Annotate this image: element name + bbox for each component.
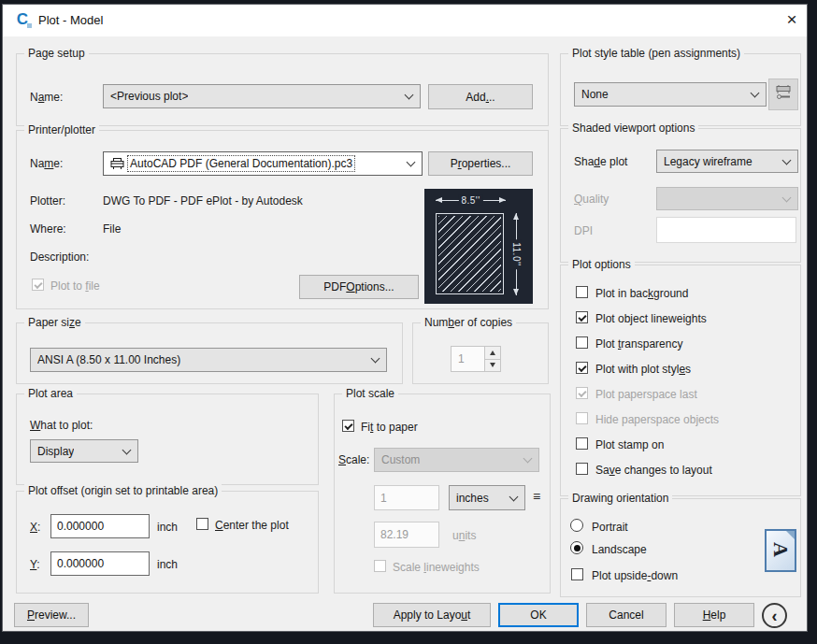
paper-size-select[interactable]: ANSI A (8.50 x 11.00 Inches) [30, 348, 387, 372]
paper-size-group: Paper size ANSI A (8.50 x 11.00 Inches) [16, 322, 403, 384]
fit-to-paper-checkbox[interactable] [342, 420, 354, 432]
shade-plot-select[interactable]: Legacy wireframe [656, 150, 798, 173]
paper-hatch [438, 216, 501, 292]
scale-unit-value: inches [456, 492, 489, 505]
plotter-label: Plotter: [30, 194, 65, 208]
pdf-options-button[interactable]: PDF Options... [299, 275, 419, 299]
printer-name-select[interactable]: AutoCAD PDF (General Documentation).pc3 [103, 151, 423, 176]
scale-unit-select[interactable]: inches [449, 485, 525, 510]
width-dimension-label: 8.5'' [458, 195, 482, 206]
preview-button[interactable]: Preview... [14, 603, 89, 627]
what-to-plot-label: What to plot: [30, 419, 93, 432]
paper-preview: 8.5'' 11.0'' [424, 189, 533, 304]
paper-outline [436, 213, 504, 294]
center-the-plot-label: Center the plot [215, 519, 289, 532]
plot-dialog: C Plot - Model × Page setup Name: <Previ… [2, 4, 808, 632]
scale-lineweights-checkbox [374, 560, 386, 572]
plot-scale-group: Plot scale Fit to paper Scale: Custom 1 … [334, 394, 551, 594]
hide-paperspace-objects-checkbox [576, 412, 588, 424]
page-fold-icon [786, 531, 795, 539]
offset-y-label: Y: [30, 558, 40, 571]
where-label: Where: [30, 222, 66, 236]
portrait-radio[interactable] [570, 519, 583, 532]
plot-in-background-label: Plot in background [595, 287, 688, 300]
page-setup-name-value: <Previous plot> [110, 90, 188, 103]
chevron-down-icon [122, 445, 132, 454]
plotter-device-icon [110, 157, 124, 170]
offset-x-label: X: [30, 521, 40, 534]
paper-size-value: ANSI A (8.50 x 11.00 Inches) [37, 353, 180, 366]
save-changes-to-layout-checkbox[interactable] [576, 463, 588, 475]
plot-style-legend: Plot style table (pen assignments) [568, 47, 744, 60]
shade-plot-value: Legacy wireframe [664, 155, 752, 168]
units-label: units [452, 529, 476, 542]
plot-style-group: Plot style table (pen assignments) None [560, 53, 801, 126]
plot-options-legend: Plot options [568, 258, 635, 271]
stepper-down-button[interactable] [485, 360, 500, 372]
add-button[interactable]: Add... [428, 84, 533, 109]
offset-x-input[interactable]: 0.000000 [50, 514, 150, 538]
arrow-down-icon [490, 363, 495, 367]
plotter-value: DWG To PDF - PDF ePlot - by Autodesk [103, 194, 303, 208]
plot-style-select[interactable]: None [574, 82, 767, 107]
cancel-button[interactable]: Cancel [586, 603, 666, 627]
scale-lineweights-label: Scale lineweights [393, 561, 480, 574]
properties-button[interactable]: Properties... [428, 151, 533, 176]
width-dimension: 8.5'' [436, 200, 506, 201]
copies-legend: Number of copies [421, 316, 516, 329]
printer-name-value: AutoCAD PDF (General Documentation).pc3 [128, 156, 354, 171]
plot-offset-group: Plot offset (origin set to printable are… [16, 491, 319, 594]
where-value: File [103, 222, 121, 236]
collapse-options-button[interactable]: ‹ [762, 603, 787, 628]
plot-stamp-on-label: Plot stamp on [595, 438, 664, 451]
landscape-label: Landscape [592, 543, 647, 556]
quality-select [656, 187, 798, 210]
plot-scale-legend: Plot scale [342, 387, 398, 400]
chevron-down-icon [371, 354, 380, 364]
landscape-radio[interactable] [570, 541, 583, 554]
fit-to-paper-label: Fit to paper [361, 421, 418, 434]
hide-paperspace-objects-label: Hide paperspace objects [595, 413, 719, 426]
apply-to-layout-button[interactable]: Apply to Layout [373, 603, 491, 627]
titlebar: C Plot - Model × [3, 5, 807, 36]
app-background: C Plot - Model × Page setup Name: <Previ… [0, 0, 817, 644]
what-to-plot-value: Display [37, 445, 74, 458]
offset-y-input[interactable]: 0.000000 [50, 551, 150, 576]
height-dimension-label: 11.0'' [511, 239, 522, 269]
printer-group: Printer/plotter Name: AutoCAD PDF (Gener… [16, 130, 549, 309]
dpi-label: DPI [574, 224, 593, 237]
plot-with-plot-styles-checkbox[interactable] [576, 362, 588, 374]
quality-label: Quality [574, 193, 609, 206]
drawing-orientation-group: Drawing orientation Portrait Landscape P… [560, 498, 801, 597]
offset-x-unit: inch [157, 521, 178, 534]
equals-icon: ≡ [533, 489, 540, 504]
scale-denominator-input: 82.19 [374, 522, 439, 548]
page-setup-name-label: Name: [30, 91, 63, 104]
edit-plot-style-button[interactable] [768, 79, 798, 110]
chevron-down-icon [509, 492, 519, 501]
plot-with-plot-styles-label: Plot with plot styles [595, 363, 691, 376]
plot-to-file-checkbox[interactable] [32, 279, 44, 291]
what-to-plot-select[interactable]: Display [30, 439, 138, 463]
scale-select: Custom [374, 448, 539, 472]
plot-area-legend: Plot area [24, 387, 77, 400]
plot-stamp-on-checkbox[interactable] [576, 437, 588, 450]
chevron-down-icon [405, 91, 414, 100]
ok-button[interactable]: OK [498, 603, 579, 627]
chevron-down-icon [782, 193, 792, 202]
plot-paperspace-last-label: Plot paperspace last [595, 388, 697, 401]
page-setup-name-select[interactable]: <Previous plot> [103, 84, 421, 108]
plot-upside-down-checkbox[interactable] [571, 568, 583, 580]
center-the-plot-checkbox[interactable] [196, 518, 208, 530]
offset-y-unit: inch [157, 558, 178, 571]
scale-label: Scale: [338, 453, 369, 466]
close-icon[interactable]: × [779, 8, 805, 31]
plot-in-background-checkbox[interactable] [576, 286, 588, 298]
plot-object-lineweights-checkbox[interactable] [576, 311, 588, 323]
copies-value[interactable]: 1 [452, 347, 484, 371]
plot-to-file-label: Plot to file [50, 279, 100, 293]
help-button[interactable]: Help [674, 603, 754, 627]
printer-legend: Printer/plotter [24, 123, 99, 136]
stepper-up-button[interactable] [485, 347, 500, 360]
plot-transparency-checkbox[interactable] [576, 336, 588, 349]
